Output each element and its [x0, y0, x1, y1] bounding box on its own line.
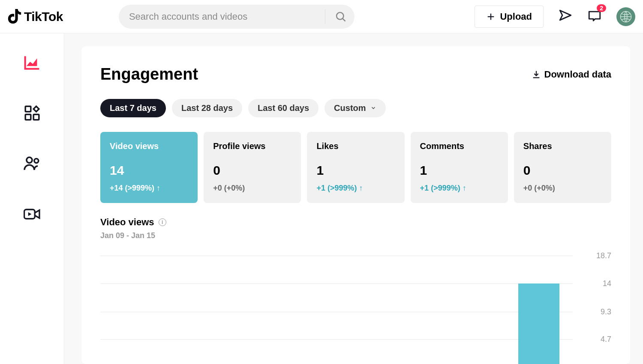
- metric-value: 1: [316, 163, 395, 178]
- sidebar-item-live[interactable]: [24, 206, 41, 223]
- svg-rect-7: [33, 114, 39, 120]
- sidebar-item-followers[interactable]: [24, 155, 41, 172]
- chart-bar: [518, 283, 559, 364]
- y-axis-label: 0: [607, 363, 611, 364]
- metric-card[interactable]: Video views14+14 (>999%): [100, 132, 198, 203]
- metric-value: 0: [523, 163, 602, 178]
- metric-delta: +1 (>999%): [316, 184, 395, 193]
- sidebar-item-apps[interactable]: [24, 104, 41, 122]
- globe-icon: [619, 10, 632, 23]
- svg-point-9: [34, 159, 38, 163]
- metric-card[interactable]: Likes1+1 (>999%): [307, 132, 404, 203]
- metric-card[interactable]: Profile views0+0 (+0%): [204, 132, 301, 203]
- date-filter-pills: Last 7 daysLast 28 daysLast 60 daysCusto…: [100, 99, 611, 117]
- svg-point-8: [26, 157, 32, 163]
- download-data-button[interactable]: Download data: [532, 69, 611, 80]
- metric-label: Profile views: [213, 141, 291, 151]
- metric-label: Comments: [420, 141, 499, 151]
- inbox-badge: 2: [597, 4, 606, 12]
- sidebar-item-analytics[interactable]: [24, 54, 41, 71]
- metric-label: Video views: [110, 141, 188, 151]
- metric-cards: Video views14+14 (>999%)Profile views0+0…: [100, 132, 611, 203]
- page-title: Engagement: [100, 65, 198, 84]
- tiktok-logo[interactable]: TikTok: [8, 9, 63, 24]
- inbox-button[interactable]: 2: [587, 9, 602, 25]
- camera-icon: [24, 207, 41, 221]
- download-label: Download data: [544, 69, 611, 80]
- upload-label: Upload: [500, 11, 532, 22]
- metric-value: 0: [213, 163, 291, 178]
- main-content: Engagement Download data Last 7 daysLast…: [64, 33, 643, 364]
- chart: 04.79.31418.7: [100, 256, 611, 364]
- metric-value: 1: [420, 163, 499, 178]
- topbar: TikTok Upload 2: [0, 0, 643, 33]
- metric-label: Shares: [523, 141, 602, 151]
- chart-title: Video views: [100, 217, 154, 228]
- chart-bars: [100, 256, 573, 364]
- tiktok-logo-icon: [8, 9, 21, 24]
- messages-button[interactable]: [558, 9, 573, 25]
- metric-delta: +0 (+0%): [523, 184, 602, 193]
- apps-icon: [24, 105, 40, 121]
- metric-card[interactable]: Comments1+1 (>999%): [411, 132, 508, 203]
- chart-icon: [24, 55, 41, 70]
- people-icon: [24, 156, 41, 171]
- metric-delta: +14 (>999%): [110, 184, 188, 193]
- svg-point-0: [337, 12, 343, 19]
- panel-header: Engagement Download data: [100, 65, 611, 84]
- chart-header: Video views i: [100, 217, 611, 228]
- metric-delta: +0 (+0%): [213, 184, 291, 193]
- search-bar: [119, 5, 355, 29]
- info-icon[interactable]: i: [159, 218, 166, 226]
- metric-delta: +1 (>999%): [420, 184, 499, 193]
- svg-line-1: [343, 18, 345, 21]
- y-axis-label: 18.7: [596, 251, 611, 260]
- svg-rect-6: [25, 114, 31, 120]
- search-icon: [335, 11, 347, 23]
- date-filter-pill[interactable]: Custom: [325, 99, 385, 117]
- y-axis-label: 14: [603, 279, 611, 288]
- plus-icon: [486, 12, 496, 21]
- date-filter-pill[interactable]: Last 60 days: [248, 99, 318, 117]
- svg-rect-5: [25, 106, 31, 112]
- chevron-down-icon: [370, 103, 376, 113]
- search-button[interactable]: [331, 6, 351, 27]
- search-divider: [325, 9, 325, 24]
- sidebar: [0, 33, 64, 364]
- download-icon: [532, 70, 541, 79]
- profile-avatar[interactable]: [616, 7, 635, 26]
- upload-button[interactable]: Upload: [475, 6, 544, 28]
- metric-value: 14: [110, 163, 188, 178]
- date-filter-pill[interactable]: Last 28 days: [172, 99, 242, 117]
- date-filter-pill[interactable]: Last 7 days: [100, 99, 166, 117]
- y-axis-label: 9.3: [601, 307, 611, 316]
- chart-y-labels: 04.79.31418.7: [577, 256, 611, 364]
- engagement-panel: Engagement Download data Last 7 daysLast…: [81, 46, 630, 364]
- chart-date-range: Jan 09 - Jan 15: [100, 231, 611, 240]
- metric-label: Likes: [316, 141, 395, 151]
- y-axis-label: 4.7: [601, 334, 611, 343]
- app-layout: Engagement Download data Last 7 daysLast…: [0, 33, 643, 364]
- search-input[interactable]: [129, 11, 320, 22]
- send-icon: [558, 9, 573, 23]
- topbar-actions: 2: [558, 7, 635, 26]
- brand-name: TikTok: [24, 9, 63, 24]
- metric-card[interactable]: Shares0+0 (+0%): [514, 132, 611, 203]
